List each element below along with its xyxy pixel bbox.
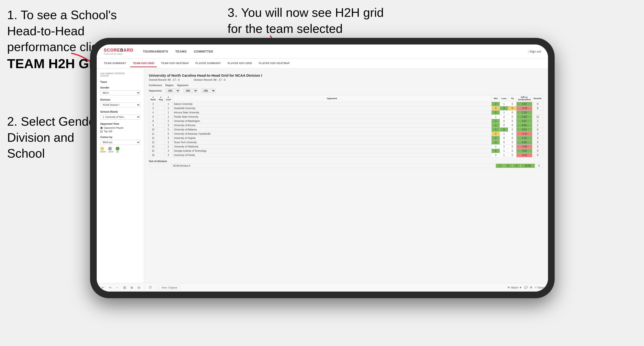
sub-nav-team-h2h-grid[interactable]: TEAM H2H GRID bbox=[130, 60, 157, 67]
cell-rank: 13 bbox=[149, 140, 158, 145]
nav-committee[interactable]: COMMITTEE bbox=[194, 50, 213, 53]
colour-legend: Down Level Up bbox=[100, 147, 140, 153]
division-record: Division Record: 88 - 17 - 0 bbox=[194, 78, 226, 81]
toolbar-comment[interactable]: 💬 bbox=[524, 286, 528, 289]
grid-record-row: Overall Record: 89 - 17 - 0 Division Rec… bbox=[149, 78, 543, 81]
cell-win: 3 bbox=[492, 140, 500, 145]
nav-sign-out[interactable]: | Sign out bbox=[528, 50, 541, 53]
cell-reg bbox=[158, 164, 164, 168]
cell-reg bbox=[158, 140, 164, 145]
cell-loss: 1 bbox=[500, 132, 508, 136]
instruction-3: 3. You will now see H2H grid for the tea… bbox=[228, 5, 394, 37]
toolbar-crop[interactable]: ⊞ bbox=[122, 285, 127, 290]
cell-conf: 6 bbox=[164, 132, 172, 136]
table-row: 9 3 University of Arizona 1 0 0 9.00 2 bbox=[149, 123, 543, 128]
division-label: Division bbox=[100, 98, 140, 101]
cell-tie: 0 bbox=[508, 149, 516, 153]
cell-diff: 2.29 bbox=[516, 111, 532, 115]
nav-teams[interactable]: TEAMS bbox=[175, 50, 186, 53]
cell-rounds: 12 bbox=[532, 115, 543, 119]
table-row: 13 1 Texas Tech University 3 0 0 5.56 9 bbox=[149, 140, 543, 145]
opp-filter-label: Opponent bbox=[177, 84, 188, 87]
cell-rank bbox=[149, 164, 158, 168]
toolbar-view-btn[interactable]: View: Original bbox=[159, 285, 180, 290]
cell-rank: 2 bbox=[149, 102, 158, 106]
cell-rounds: 3 bbox=[532, 136, 543, 140]
radio-top100[interactable]: Top 100 bbox=[100, 130, 140, 133]
cell-rounds bbox=[532, 111, 543, 115]
cell-conf: 3 bbox=[164, 136, 172, 140]
table-row: 16 3 University of Florida 3 1 0 -6.42 9 bbox=[149, 153, 543, 157]
sub-nav-player-summary[interactable]: PLAYER SUMMARY bbox=[193, 60, 223, 67]
cell-loss: 2 bbox=[500, 115, 508, 119]
region-filter-label: Region bbox=[166, 84, 174, 87]
region-select[interactable]: (All) bbox=[184, 89, 198, 93]
cell-win: 1 bbox=[492, 123, 500, 128]
col-header-rank: #Rank bbox=[149, 95, 158, 102]
cell-tie: 0 bbox=[508, 106, 516, 111]
toolbar-undo[interactable]: ↩ bbox=[100, 285, 106, 290]
opponent-filter-select[interactable]: (All) bbox=[201, 89, 216, 93]
legend-level-circle bbox=[108, 147, 112, 151]
toolbar-grid-icon[interactable]: ⊞ bbox=[530, 286, 532, 289]
legend-up-label: Up bbox=[116, 151, 120, 153]
radio-opponents-played[interactable]: Opponents Played bbox=[100, 127, 140, 129]
filter-conference: Conference bbox=[149, 84, 162, 87]
division-select[interactable]: NCAA Division I NCAA Division II NCAA Di… bbox=[100, 102, 140, 107]
toolbar-right: 👁 Watch ▼ 💬 ⊞ ↗ Share bbox=[508, 286, 544, 289]
cell-conf: 4 bbox=[164, 149, 172, 153]
sub-nav-player-h2h-grid[interactable]: PLAYER H2H GRID bbox=[225, 60, 254, 67]
cell-rounds: 3 bbox=[532, 119, 543, 123]
sub-nav-team-h2h-heatmap[interactable]: TEAM H2H HEATMAP bbox=[158, 60, 191, 67]
toolbar-clock[interactable]: ⏱ bbox=[148, 285, 153, 290]
cell-rank: 9 bbox=[149, 123, 158, 128]
table-row: 11 6 University of Arkansas, Fayettevill… bbox=[149, 132, 543, 136]
cell-tie: 0 bbox=[508, 145, 516, 149]
toolbar-back[interactable]: ← bbox=[114, 285, 120, 290]
toolbar-minus[interactable]: ⊖ bbox=[136, 285, 142, 290]
filter-row: Conference Region Opponent bbox=[149, 84, 543, 87]
cell-rounds: 2 bbox=[532, 123, 543, 128]
cell-opponent: University of Florida bbox=[172, 153, 492, 157]
cell-conf: 2 bbox=[164, 145, 172, 149]
cell-tie: 0 bbox=[508, 132, 516, 136]
cell-reg bbox=[158, 145, 164, 149]
school-select[interactable]: 1. University of Nort... bbox=[100, 115, 140, 120]
conf-filter-label: Conference bbox=[149, 84, 162, 87]
cell-opponent: University of Washington bbox=[172, 119, 492, 123]
cell-tie: 0 bbox=[508, 140, 516, 145]
cell-opponent: Georgia Institute of Technology bbox=[172, 149, 492, 153]
cell-loss: 4 bbox=[500, 106, 508, 111]
bottom-toolbar: ↩ ↪ ← ⊞ ⊕ ⊖ ⏱ View: Original 👁 Watch ▼ 💬… bbox=[97, 283, 548, 292]
cell-rounds: 9 bbox=[532, 149, 543, 153]
gender-select[interactable]: Men's Women's bbox=[100, 90, 140, 95]
sub-nav-player-h2h-heatmap[interactable]: PLAYER H2H HEATMAP bbox=[256, 60, 292, 67]
opponents-select[interactable]: (All) bbox=[166, 89, 180, 93]
toolbar-add[interactable]: ⊕ bbox=[129, 285, 134, 290]
cell-conf: 2 bbox=[164, 115, 172, 119]
grid-title: University of North Carolina Head-to-Hea… bbox=[149, 73, 543, 77]
cell-reg bbox=[158, 111, 164, 115]
cell-win: 1 bbox=[496, 164, 504, 168]
cell-diff: 26.00 bbox=[521, 164, 535, 168]
toolbar-redo[interactable]: ↪ bbox=[107, 285, 112, 290]
panel-timestamp: Last Updated: 27/03/2024 16:55:38 bbox=[100, 72, 140, 77]
toolbar-share[interactable]: ↗ Share bbox=[534, 286, 544, 289]
logo-sub: Powered by clippi bbox=[104, 53, 134, 55]
cell-loss: 0 bbox=[500, 119, 508, 123]
cell-win: 1 bbox=[492, 145, 500, 149]
main-content: Last Updated: 27/03/2024 16:55:38 Team G… bbox=[97, 69, 548, 283]
cell-opponent: University of Virginia bbox=[172, 136, 492, 140]
cell-conf: 5 bbox=[164, 128, 172, 132]
legend-up-circle bbox=[116, 147, 120, 151]
colour-select[interactable]: Win/Loss bbox=[100, 140, 140, 145]
sub-nav-team-summary[interactable]: TEAM SUMMARY bbox=[102, 60, 128, 67]
table-row: 15 4 Georgia Institute of Technology 6 1… bbox=[149, 149, 543, 153]
opponent-view-label: Opponent View bbox=[100, 122, 140, 125]
cell-win: 0 bbox=[492, 106, 500, 111]
cell-rank: 16 bbox=[149, 153, 158, 157]
nav-tournaments[interactable]: TOURNAMENTS bbox=[143, 50, 168, 53]
legend-down-circle bbox=[100, 147, 104, 151]
cell-rank: 14 bbox=[149, 145, 158, 149]
toolbar-watch[interactable]: 👁 Watch ▼ bbox=[508, 286, 522, 289]
